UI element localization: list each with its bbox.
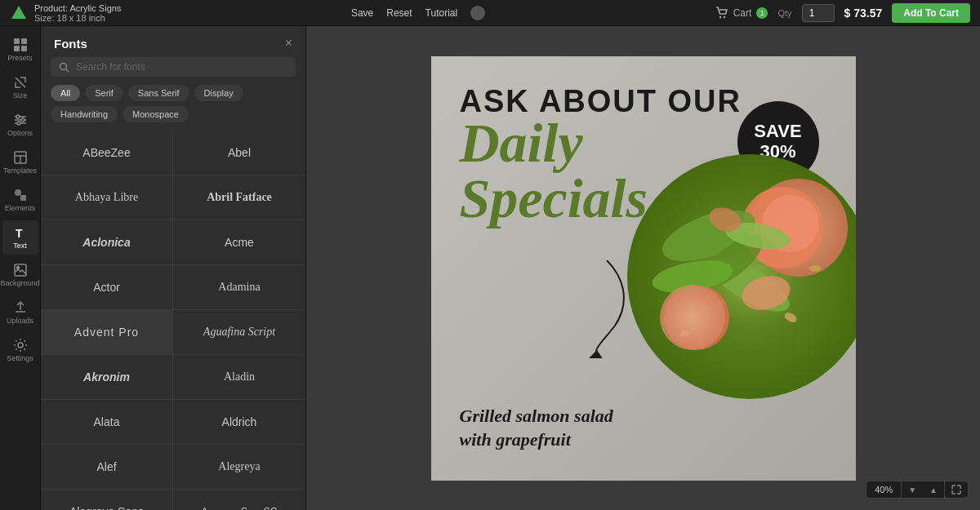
sidebar-item-background[interactable]: Background: [2, 258, 38, 292]
font-item-alegreya[interactable]: Alegreya: [173, 445, 305, 490]
sidebar-item-presets-label: Presets: [7, 54, 33, 62]
filter-all[interactable]: All: [51, 85, 80, 101]
salad-food: [627, 154, 856, 399]
font-item-abhaya-libre[interactable]: Abhaya Libre: [41, 175, 173, 220]
filter-display[interactable]: Display: [194, 85, 243, 101]
font-item-abbeezee[interactable]: ABeeZee: [41, 131, 173, 175]
filter-sans-serif[interactable]: Sans Serif: [128, 85, 189, 101]
font-item-acme[interactable]: Acme: [173, 220, 305, 265]
search-input[interactable]: [76, 61, 287, 73]
search-box: [51, 57, 296, 77]
sidebar-item-size[interactable]: Size: [2, 70, 38, 104]
image-icon: [13, 263, 28, 277]
curl-svg: [574, 260, 639, 358]
svg-point-2: [724, 16, 725, 17]
font-item-alegreya-sans-sc[interactable]: Alegreya Sans SC: [173, 490, 305, 510]
caption-line2: with grapefruit: [460, 428, 613, 452]
sidebar-item-options-label: Options: [7, 129, 33, 137]
font-item-akronim[interactable]: Akronim: [41, 355, 173, 400]
font-item-aladin[interactable]: Aladin: [173, 355, 305, 400]
font-item-alegreya-sans[interactable]: Alegreya Sans: [41, 490, 173, 510]
cart-label: Cart: [733, 7, 752, 19]
sidebar-item-text[interactable]: T Text: [2, 220, 38, 255]
svg-line-23: [66, 69, 69, 71]
filter-buttons: All Serif Sans Serif Display Handwriting…: [41, 85, 305, 131]
top-bar-left: Product: Acrylic Signs Size: 18 x 18 inc…: [10, 3, 121, 23]
fonts-grid: ABeeZee Abel Abhaya Libre Abril Fatface …: [41, 131, 305, 510]
sidebar-item-size-label: Size: [13, 91, 28, 100]
canvas-area: ASK ABOUT OUR Daily Specials SAVE 30%: [306, 26, 980, 510]
upload-icon: [13, 300, 28, 315]
sidebar-item-settings[interactable]: Settings: [2, 333, 38, 367]
sidebar-item-presets[interactable]: Presets: [2, 33, 38, 67]
font-item-adamina[interactable]: Adamina: [173, 265, 305, 310]
zoom-bar: 40% ▼ ▲: [866, 481, 969, 499]
resize-icon: [13, 75, 28, 90]
svg-point-16: [15, 189, 21, 196]
product-info: Product: Acrylic Signs Size: 18 x 18 inc…: [34, 3, 121, 23]
price-display: $ 73.57: [844, 7, 883, 20]
canvas-wrapper: ASK ABOUT OUR Daily Specials SAVE 30%: [431, 56, 856, 481]
fonts-panel-title: Fonts: [54, 37, 87, 51]
font-item-aclonica[interactable]: Aclonica: [41, 220, 173, 265]
fonts-panel: Fonts × All Serif Sans Serif Display Han…: [41, 26, 306, 510]
product-name: Product: Acrylic Signs: [34, 3, 121, 13]
font-item-abel[interactable]: Abel: [173, 131, 305, 175]
top-bar: Product: Acrylic Signs Size: 18 x 18 inc…: [0, 0, 980, 26]
filter-handwriting[interactable]: Handwriting: [51, 106, 118, 122]
font-item-abril-fatface[interactable]: Abril Fatface: [173, 175, 305, 220]
font-item-advent-pro[interactable]: Advent Pro: [41, 310, 173, 355]
save-button[interactable]: Save: [351, 7, 373, 19]
fonts-panel-close-button[interactable]: ×: [285, 36, 292, 51]
sidebar-item-text-label: Text: [13, 242, 27, 250]
svg-rect-17: [20, 195, 26, 201]
main-layout: Presets Size Options Templates: [0, 26, 980, 510]
zoom-expand-button[interactable]: [944, 481, 968, 498]
svg-rect-5: [14, 46, 20, 51]
font-item-alata[interactable]: Alata: [41, 400, 173, 445]
tutorial-button[interactable]: Tutorial: [425, 7, 458, 19]
theme-toggle-icon[interactable]: [470, 6, 485, 20]
add-to-cart-button[interactable]: Add To Cart: [892, 3, 970, 23]
font-item-alef[interactable]: Alef: [41, 445, 173, 490]
product-size: Size: 18 x 18 inch: [34, 13, 121, 23]
text-icon: T: [13, 225, 28, 240]
search-icon: [59, 62, 69, 73]
sidebar-item-uploads[interactable]: Uploads: [2, 295, 38, 330]
font-item-aldrich[interactable]: Aldrich: [173, 400, 305, 445]
svg-point-1: [719, 16, 721, 17]
svg-point-12: [17, 122, 20, 125]
salad-area: [619, 154, 856, 415]
shapes-icon: [13, 188, 28, 202]
expand-icon: [951, 485, 961, 494]
reset-button[interactable]: Reset: [386, 7, 412, 19]
gear-icon: [13, 338, 28, 353]
filter-monospace[interactable]: Monospace: [122, 106, 189, 122]
svg-point-10: [16, 115, 20, 118]
sidebar-item-templates[interactable]: Templates: [2, 145, 38, 180]
font-item-aguafina-script[interactable]: Aguafina Script: [173, 310, 305, 355]
svg-marker-37: [589, 350, 605, 358]
qty-label: Qty: [777, 8, 791, 18]
filter-serif[interactable]: Serif: [85, 85, 123, 101]
sidebar-item-settings-label: Settings: [7, 354, 33, 362]
svg-point-21: [18, 343, 23, 348]
zoom-up-button[interactable]: ▲: [923, 482, 944, 498]
sidebar-item-elements[interactable]: Elements: [2, 183, 38, 217]
grid-icon: [13, 38, 28, 52]
svg-rect-6: [21, 46, 27, 51]
caption-line1: Grilled salmon salad: [460, 405, 613, 428]
sidebar-item-options[interactable]: Options: [2, 108, 38, 142]
sidebar-icons: Presets Size Options Templates: [0, 26, 41, 510]
canvas-image[interactable]: ASK ABOUT OUR Daily Specials SAVE 30%: [431, 56, 856, 481]
save-pct-label: SAVE: [754, 122, 801, 141]
bottom-caption: Grilled salmon salad with grapefruit: [460, 405, 613, 451]
svg-point-11: [21, 118, 24, 122]
svg-rect-4: [21, 38, 27, 44]
font-item-actor[interactable]: Actor: [41, 265, 173, 310]
brand-logo-icon: [10, 4, 28, 22]
qty-input[interactable]: [802, 4, 835, 22]
svg-text:T: T: [16, 227, 23, 240]
search-wrap: [41, 57, 305, 85]
zoom-down-button[interactable]: ▼: [902, 482, 923, 498]
